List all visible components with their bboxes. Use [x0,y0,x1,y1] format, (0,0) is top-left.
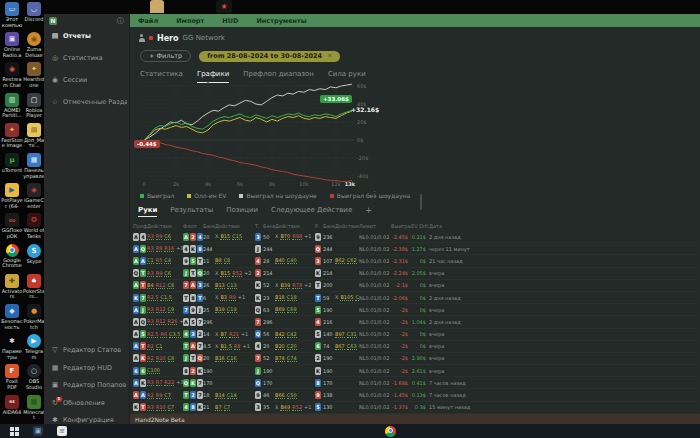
column-header[interactable]: Действие [335,223,359,229]
desktop-icon-этот-компьютер[interactable]: ▭Этот компьютер [1,2,23,28]
desktop-icon-skype[interactable]: SSkype [23,244,45,265]
table-row[interactable]: AKR2R10C8JTQ20B16C16752B74C742190NL0.01/… [133,353,697,365]
desktop-icon-online-radio-amp-[interactable]: ▣Online Radio.amp... [1,32,23,58]
date-filter-chip[interactable]: from 28-08-2024 to 30-08-2024 ✕ [199,51,340,62]
card-Qs: Q [140,318,146,326]
desktop-icon-activators[interactable]: ✚Activators [1,274,23,300]
desktop-icon-google-chrome[interactable]: Google Chrome [1,244,23,269]
card-2h: 2 [255,269,261,277]
desktop-icon-aomei-partiti-[interactable]: ▥AOMEI Partiti... [1,93,23,119]
desktop-icon-доп-мате-[interactable]: ▤Доп_Мате... [23,123,45,149]
subtab-руки[interactable]: Руки [138,206,157,217]
sidebar-item-редактор-попапов[interactable]: ▣Редактор Попапов [51,379,127,391]
menu-инструменты[interactable]: Инструменты [256,17,306,25]
table-row[interactable]: A5R2.5R6C3.543214XB7R21+1Q56B42C425140B9… [133,329,697,341]
card-7h: 7 [255,318,261,326]
column-header[interactable]: Лимит [359,223,391,229]
column-header[interactable]: Действие [215,223,255,229]
table-row[interactable]: KTR3R10C748K21B7C7335XB49R52+15130NL0.01… [133,402,697,414]
column-header[interactable]: Т. [255,223,263,229]
chart-menu-icon[interactable]: ⋮ [371,190,378,198]
sidebar-item-редактор-hud[interactable]: ▦Редактор HUD [51,362,127,374]
desktop-icon-foxit-pdf-reader[interactable]: FFoxit PDF Reader [1,364,23,390]
desktop-icon-faststone-image-viewer[interactable]: ✦FastStone Image Viewer [1,123,23,149]
status-text: Hand2Note Beta [135,416,185,423]
desktop-icon-discord[interactable]: ◡Discord [23,2,45,23]
desktop-icon-minecraft-education[interactable]: ▦Minecraft Education [23,395,45,421]
legend-item[interactable]: Олл-ин EV [187,192,226,199]
taskbar-app-1[interactable]: ▣ [33,426,43,436]
table-row[interactable]: AJR3R12C979J25B19C19Q63B69C695190NL0.01/… [133,304,697,316]
info-icon[interactable]: ⓘ [117,17,124,25]
desktop-icon-aida64[interactable]: 64AIDA64 [1,395,23,416]
column-header[interactable]: Флоп [183,223,203,229]
menu-импорт[interactable]: Импорт [176,17,204,25]
column-header[interactable]: Р. [315,223,323,229]
table-row[interactable]: A4R3R9C6A2420XB15C15350XB70R98+19236NL0.… [133,231,697,243]
table-row[interactable]: ATR2C1TA74.5XB1.5R8+1420B20C20674B67C63N… [133,341,697,353]
scrollbar[interactable] [420,194,422,210]
desktop-icon-world-of-tanks-eu[interactable]: ✪World of Tanks EU [23,213,45,239]
column-header[interactable]: Дата [429,223,471,229]
column-header[interactable]: Префлоп [133,223,147,229]
legend-item[interactable]: Выиграл [140,192,174,199]
column-header[interactable]: Действие [147,223,183,229]
column-header[interactable]: Банк [203,223,215,229]
taskbar-app-notepad[interactable]: ≡ [57,426,67,436]
action-token: R21 [229,331,239,338]
desktop-icon-telegram[interactable]: ▶Telegram [23,334,45,360]
sidebar-item-редактор-статов[interactable]: ▽Редактор Статов [51,344,127,356]
legend-item[interactable]: Выиграл на шоудауне [239,192,316,199]
desktop-icon-панель-управления[interactable]: ▦Панель управления [23,153,45,179]
desktop-icon-параметры[interactable]: ✱Параметры [1,334,23,360]
table-row[interactable]: K7R2.5C1.5T8T6XB3R9+1K23B18C18T59XB105C7… [133,292,697,304]
table-row[interactable]: ATB4R12C87A326B13C13K52XB39R78+2T200NL0.… [133,280,697,292]
table-row[interactable]: AKR3R7R22+3QK7170Q1708170NL0.01/0.02-1.6… [133,377,697,389]
desktop-icon-hearthstone[interactable]: ✦Hearthstone [23,62,45,88]
desktop-icon-zuma-deluxe[interactable]: ◉Zuma Deluxe [23,32,45,58]
start-button[interactable] [10,427,19,436]
column-header[interactable]: Банк [263,223,275,229]
column-header[interactable]: Действие [275,223,315,229]
desktop-icon-obs-studio[interactable]: ○OBS Studio [23,364,45,390]
desktop-icon-ggпокерок[interactable]: GGGGПокерОК [1,213,23,239]
remove-filter-icon[interactable]: ✕ [327,52,332,60]
card-5d: 5 [315,403,321,411]
taskbar-app-chrome[interactable] [385,426,396,437]
desktop-icon-partial[interactable]: ★ [216,0,232,13]
legend-item[interactable]: Выиграл без шоудауна [330,192,410,199]
action-token: R3 [147,233,154,240]
table-row[interactable]: QTR3R9C6JTQ20XB15R52+22214K214NL0.01/0.0… [133,268,697,280]
desktop-icon-potplayer-64-bit-[interactable]: ▶PotPlayer (64-bit) [1,183,23,209]
desktop-icon-igamecenter[interactable]: ◈iGameCenter [23,183,45,209]
action-token: R98 [292,233,302,240]
table-row[interactable]: AQR3R12R26+2A5729672964216NL0.01/0.02-2$… [133,316,697,328]
svg-text:12k: 12k [331,181,340,187]
add-filter-button[interactable]: + Фильтр [140,50,191,62]
sidebar-item-statistics[interactable]: ◎Статистика [51,52,127,64]
menu-файл[interactable]: Файл [138,17,158,25]
add-subtab-button[interactable]: + [365,206,372,215]
sidebar-item-обновления[interactable]: ↻1Обновления [51,397,127,409]
table-row[interactable]: 66C10082K190J190K190NL0.01/0.02-2$2.61$в… [133,365,697,377]
table-row[interactable]: AAC1R5C495T11B8C8428B40C403107B62C62NL0.… [133,255,697,267]
sidebar-item-marked-hands[interactable]: ☆Отмеченные Раздачи [51,96,127,108]
desktop-icon-utorrent[interactable]: µuTorrent [1,153,23,174]
column-header[interactable]: EV Diff. [411,223,429,229]
menu-hud[interactable]: HUD [222,17,238,25]
sidebar-item-sessions[interactable]: ◉Сессии [51,74,127,86]
desktop-icon-partial[interactable] [150,0,164,13]
desktop-icon-безопасность-windows[interactable]: ◆Безопасность Windows [1,304,23,330]
subtab-результаты[interactable]: Результаты [170,206,213,216]
desktop-icon-restream-chat[interactable]: ◉Restream Chat [1,62,23,88]
desktop-icon-pokerstars-[interactable]: ♠PokerStars... [23,274,45,300]
table-row[interactable]: AQR3R9R16+34K8244J244Q244NL0.01/0.02-2.3… [133,243,697,255]
desktop-icon-pokermatch[interactable]: ●PokerMatch [23,304,45,330]
subtab-следующее-действие[interactable]: Следующее Действие [271,206,352,216]
subtab-позиции[interactable]: Позиции [226,206,258,216]
column-header[interactable]: Выиграл ↓ [391,223,411,229]
sidebar-item-reports[interactable]: ▤Отчеты [51,30,127,42]
desktop-icon-roblox-player[interactable]: ▢Roblox Player [23,93,45,119]
table-row[interactable]: AAR2R9C7T2718B14C14946B66C509138NL0.01/0… [133,389,697,401]
column-header[interactable]: Банк [323,223,335,229]
